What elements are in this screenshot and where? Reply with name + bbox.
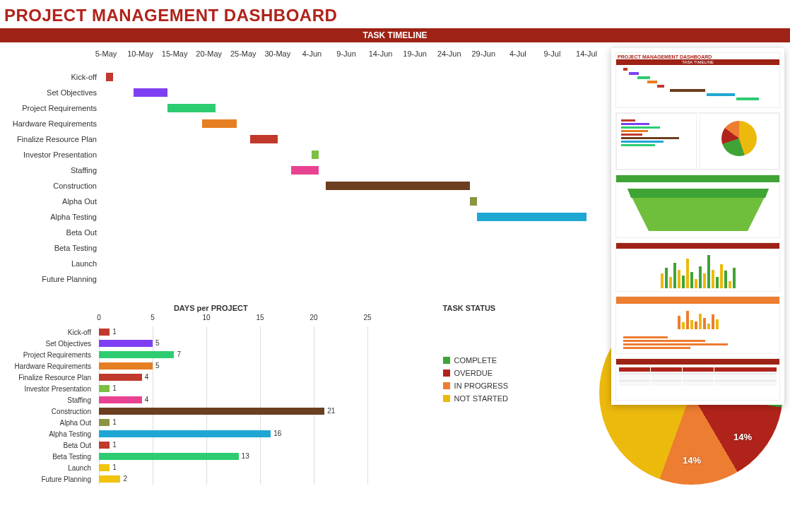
gantt-tick: 30-May [265,49,291,58]
days-value-label: 5 [155,362,160,370]
days-row-label: Investor Presentation [7,385,95,393]
days-row-label: Construction [7,408,95,415]
legend-item: NOT STARTED [443,394,599,403]
gantt-tick: 14-Jun [369,49,393,58]
days-row-label: Hardware Requirements [7,362,95,370]
gantt-bar [470,197,477,206]
gantt-row-label: Beta Out [0,228,102,237]
days-value-label: 2 [123,475,127,483]
gantt-row-label: Alpha Out [0,197,102,206]
days-row: Alpha Testing16 [99,428,408,439]
days-value-label: 1 [112,441,117,449]
gantt-row-label: Project Requirements [0,104,102,112]
days-row-label: Finalize Resource Plan [7,374,95,382]
status-chart-title: TASK STATUS [429,301,599,314]
days-row-label: Alpha Out [7,419,95,427]
days-row: Construction21 [99,406,408,417]
days-tick: 10 [202,314,210,321]
gantt-bar [312,150,319,159]
days-tick: 20 [309,314,317,321]
pie-slice-label: 14% [733,432,752,442]
gantt-tick: 24-Jun [437,49,461,58]
days-row-label: Launch [7,464,95,472]
days-row-label: Staffing [7,396,95,404]
days-row: Hardware Requirements5 [99,360,408,372]
legend-swatch [443,370,450,377]
thumbnail-gantt: PROJECT MANAGEMENT DASHBOARD TASK TIMELI… [615,52,780,108]
legend-item: IN PROGRESS [443,382,599,390]
thumbnail-orange-cols [615,296,780,354]
legend-item: OVERDUE [443,369,599,377]
days-row-label: Project Requirements [7,351,95,359]
thumbnail-preview-stack: PROJECT MANAGEMENT DASHBOARD TASK TIMELI… [611,48,784,405]
days-value-label: 1 [112,418,117,426]
thumbnail-days-pie [615,112,780,170]
days-row: Alpha Out1 [99,417,408,428]
days-bar [99,419,110,426]
gantt-tick: 15-May [162,49,188,58]
days-bar [99,351,174,358]
gantt-tick: 25-May [230,49,257,58]
days-row-label: Beta Testing [7,453,95,461]
gantt-row-label: Hardware Requirements [0,119,102,128]
gantt-bar [477,213,586,221]
days-row-label: Alpha Testing [7,430,95,438]
days-bar [99,385,110,392]
days-bar [99,329,110,336]
days-row: Beta Testing13 [99,451,408,462]
gantt-tick: 4-Jun [302,49,322,58]
gantt-bar [202,119,237,128]
days-value-label: 16 [273,430,281,437]
gantt-tick: 9-Jun [336,49,356,58]
days-value-label: 1 [112,384,117,392]
days-row: Launch1 [99,462,408,473]
thumbnail-table [615,358,780,401]
days-value-label: 4 [145,396,149,403]
page-title: PROJECT MANAGEMENT DASHBOARD [0,0,790,28]
days-value-label: 7 [177,350,181,358]
days-row: Staffing4 [99,394,408,406]
days-row: Beta Out1 [99,439,408,451]
days-chart-title: DAYS per PROJECT [7,301,415,314]
gantt-row-label: Finalize Resource Plan [0,135,102,143]
days-value-label: 5 [155,339,160,347]
legend-swatch [443,395,450,402]
gantt-bar [134,88,168,97]
gantt-tick: 9-Jul [544,49,561,58]
thumbnail-funnel [615,175,780,238]
legend-label: COMPLETE [454,356,497,365]
days-tick: 5 [151,314,155,321]
gantt-row-label: Future Planning [0,275,102,283]
gantt-row-label: Kick-off [0,73,102,81]
days-bar [99,430,271,437]
days-bar [99,464,110,471]
days-value-label: 13 [242,452,249,460]
days-bar [99,362,153,370]
status-legend: COMPLETEOVERDUEIN PROGRESSNOT STARTED [443,356,599,403]
gantt-row-label: Investor Presentation [0,150,102,159]
gantt-row-label: Alpha Testing [0,213,102,221]
legend-swatch [443,357,450,364]
gantt-bar [106,73,113,81]
gantt-tick: 29-Jun [471,49,495,58]
days-row: Kick-off1 [99,326,408,338]
days-value-label: 4 [145,373,149,381]
days-rows: Kick-off1Set Objectives5Project Requirem… [99,326,408,485]
gantt-tick: 14-Jul [576,49,597,58]
legend-label: OVERDUE [454,369,493,377]
thumbnail-columns [615,242,780,292]
days-row-label: Future Planning [7,475,95,483]
gantt-row-label: Launch [0,259,102,268]
days-row: Set Objectives5 [99,338,408,349]
days-tick: 25 [363,314,371,321]
gantt-bar [326,182,470,190]
days-per-project-panel: DAYS per PROJECT 0510152025 Kick-off1Set… [7,301,415,485]
days-value-label: 1 [112,463,117,471]
gantt-bar [250,135,278,143]
days-row: Finalize Resource Plan4 [99,372,408,383]
gantt-row-label: Staffing [0,166,102,175]
days-bar [99,374,142,381]
days-row-label: Kick-off [7,329,95,336]
gantt-bar [291,166,319,175]
gantt-row-label: Set Objectives [0,88,102,97]
